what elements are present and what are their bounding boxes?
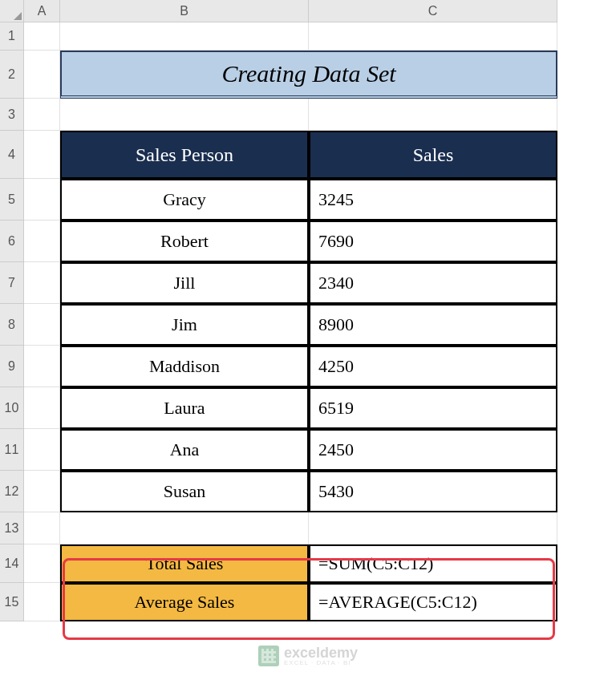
- cell-a7[interactable]: [24, 262, 60, 304]
- average-sales-formula[interactable]: =AVERAGE(C5:C12): [309, 583, 557, 621]
- table-row[interactable]: Maddison: [60, 346, 309, 387]
- row-header-11[interactable]: 11: [0, 429, 24, 471]
- col-header-a[interactable]: A: [24, 0, 60, 22]
- watermark-text: exceldemy EXCEL · DATA · BI: [284, 646, 358, 666]
- cell-a13[interactable]: [24, 512, 60, 544]
- row-header-9[interactable]: 9: [0, 346, 24, 387]
- row-header-10[interactable]: 10: [0, 387, 24, 429]
- watermark-sub: EXCEL · DATA · BI: [284, 660, 358, 666]
- row-header-5[interactable]: 5: [0, 179, 24, 221]
- row-header-3[interactable]: 3: [0, 99, 24, 131]
- cell-a14[interactable]: [24, 544, 60, 583]
- cell-a10[interactable]: [24, 387, 60, 429]
- table-row[interactable]: Jim: [60, 304, 309, 346]
- table-header-sales[interactable]: Sales: [309, 131, 557, 179]
- cell-b13[interactable]: [60, 512, 309, 544]
- select-all-corner[interactable]: [0, 0, 24, 22]
- table-row[interactable]: 7690: [309, 221, 557, 262]
- table-header-person[interactable]: Sales Person: [60, 131, 309, 179]
- cell-c13[interactable]: [309, 512, 557, 544]
- row-header-4[interactable]: 4: [0, 131, 24, 179]
- spreadsheet-grid: A B C 1 2 Creating Data Set 3 4 Sales Pe…: [0, 0, 616, 621]
- col-header-b[interactable]: B: [60, 0, 309, 22]
- total-sales-formula[interactable]: =SUM(C5:C12): [309, 544, 557, 583]
- row-header-1[interactable]: 1: [0, 22, 24, 51]
- cell-a15[interactable]: [24, 583, 60, 621]
- title-cell[interactable]: Creating Data Set: [60, 51, 557, 99]
- row-header-6[interactable]: 6: [0, 221, 24, 262]
- table-row[interactable]: 4250: [309, 346, 557, 387]
- row-header-8[interactable]: 8: [0, 304, 24, 346]
- excel-icon: [258, 646, 279, 666]
- table-row[interactable]: Ana: [60, 429, 309, 471]
- cell-a1[interactable]: [24, 22, 60, 51]
- row-header-14[interactable]: 14: [0, 544, 24, 583]
- row-header-15[interactable]: 15: [0, 583, 24, 621]
- watermark: exceldemy EXCEL · DATA · BI: [258, 646, 358, 666]
- cell-a9[interactable]: [24, 346, 60, 387]
- table-row[interactable]: 8900: [309, 304, 557, 346]
- cell-a12[interactable]: [24, 471, 60, 512]
- table-row[interactable]: 2450: [309, 429, 557, 471]
- average-sales-label[interactable]: Average Sales: [60, 583, 309, 621]
- cell-a11[interactable]: [24, 429, 60, 471]
- cell-a8[interactable]: [24, 304, 60, 346]
- table-row[interactable]: 2340: [309, 262, 557, 304]
- table-row[interactable]: Susan: [60, 471, 309, 512]
- cell-b1[interactable]: [60, 22, 309, 51]
- row-header-2[interactable]: 2: [0, 51, 24, 99]
- row-header-7[interactable]: 7: [0, 262, 24, 304]
- cell-a5[interactable]: [24, 179, 60, 221]
- cell-c3[interactable]: [309, 99, 557, 131]
- cell-a6[interactable]: [24, 221, 60, 262]
- table-row[interactable]: 3245: [309, 179, 557, 221]
- cell-c1[interactable]: [309, 22, 557, 51]
- row-header-13[interactable]: 13: [0, 512, 24, 544]
- row-header-12[interactable]: 12: [0, 471, 24, 512]
- table-row[interactable]: Robert: [60, 221, 309, 262]
- watermark-brand: exceldemy: [284, 646, 358, 660]
- cell-a2[interactable]: [24, 51, 60, 99]
- table-row[interactable]: 5430: [309, 471, 557, 512]
- table-row[interactable]: Laura: [60, 387, 309, 429]
- cell-a4[interactable]: [24, 131, 60, 179]
- table-row[interactable]: 6519: [309, 387, 557, 429]
- cell-a3[interactable]: [24, 99, 60, 131]
- cell-b3[interactable]: [60, 99, 309, 131]
- table-row[interactable]: Jill: [60, 262, 309, 304]
- table-row[interactable]: Gracy: [60, 179, 309, 221]
- total-sales-label[interactable]: Total Sales: [60, 544, 309, 583]
- col-header-c[interactable]: C: [309, 0, 557, 22]
